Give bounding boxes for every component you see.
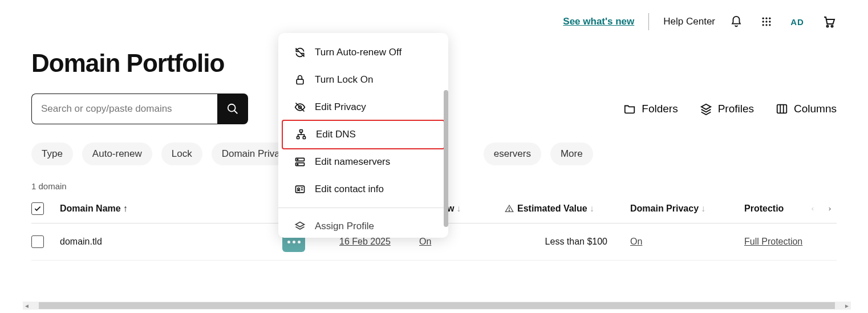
cell-domain-name[interactable]: domain.tld [60,237,282,247]
svg-point-9 [827,26,829,27]
whats-new-link[interactable]: See what's new [563,16,634,27]
filter-lock[interactable]: Lock [161,143,202,165]
warning-icon [505,204,514,213]
sort-icon: ↓ [590,204,594,214]
th-estval-label: Estimated Value [517,204,587,214]
help-center-link[interactable]: Help Center [663,16,715,27]
menu-assign-profile[interactable]: Assign Profile [278,213,448,232]
cell-estimated-value: Less than $100 [505,237,630,247]
search-wrap [31,94,248,124]
columns-button[interactable]: Columns [776,103,837,115]
svg-point-0 [762,18,764,19]
filter-nameservers[interactable]: eservers [484,143,541,165]
menu-edit-contact-info[interactable]: Edit contact info [278,176,448,203]
header-divider [648,13,649,30]
svg-point-8 [769,24,770,26]
th-privacy-label: Domain Privacy [630,204,699,214]
svg-point-7 [765,24,767,26]
eye-off-icon [294,101,306,113]
svg-point-11 [228,104,236,112]
columns-label: Columns [794,103,837,115]
layers-icon [700,103,712,115]
scrollbar-right-arrow[interactable]: ► [843,303,851,309]
folders-label: Folders [642,103,678,115]
th-domain-name[interactable]: Domain Name ↑ [60,204,282,214]
select-all-checkbox[interactable] [31,202,44,215]
menu-lock-label: Turn Lock On [315,74,373,86]
menu-nameservers-label: Edit nameservers [315,156,390,168]
sort-icon: ↓ [701,204,705,214]
cell-privacy[interactable]: On [630,237,642,246]
filter-more[interactable]: More [550,143,593,165]
menu-contact-label: Edit contact info [315,184,384,195]
svg-point-27 [297,159,298,160]
row-checkbox[interactable] [31,235,44,248]
menu-dns-label: Edit DNS [316,129,356,140]
profiles-button[interactable]: Profiles [700,103,754,115]
search-icon [226,103,239,115]
svg-point-30 [298,188,299,190]
search-button[interactable] [217,94,248,124]
sort-asc-icon: ↑ [123,204,128,214]
svg-point-3 [762,21,764,22]
menu-autorenew-label: Turn Auto-renew Off [315,47,401,58]
svg-point-17 [509,210,509,211]
menu-privacy-label: Edit Privacy [315,101,366,113]
scrollbar-thumb[interactable] [39,302,835,309]
columns-icon [776,103,788,115]
notifications-bell-icon[interactable] [727,12,746,31]
th-estimated-value[interactable]: Estimated Value ↓ [505,204,630,214]
menu-edit-privacy[interactable]: Edit Privacy [278,94,448,121]
svg-rect-19 [297,79,303,84]
svg-point-2 [769,18,770,19]
folder-icon [623,103,636,115]
svg-rect-22 [300,130,303,132]
svg-line-12 [234,111,238,114]
menu-turn-autorenew-off[interactable]: Turn Auto-renew Off [278,39,448,66]
svg-point-6 [762,24,764,26]
filter-type[interactable]: Type [31,143,73,165]
filter-auto-renew[interactable]: Auto-renew [82,143,152,165]
svg-rect-23 [297,136,299,139]
search-input[interactable] [31,94,217,124]
svg-point-28 [297,164,298,165]
popup-divider [278,208,448,208]
sitemap-icon [295,129,307,140]
top-header: See what's new Help Center AD [0,0,868,32]
svg-rect-13 [777,105,787,113]
scroll-left-button: ‹ [806,201,820,215]
user-avatar[interactable]: AD [787,11,808,32]
sort-icon: ↓ [456,204,461,214]
horizontal-scrollbar[interactable]: ◄ ► [23,302,851,310]
view-tools: Folders Profiles Columns [623,103,837,115]
menu-assign-profile-label: Assign Profile [315,221,374,232]
cell-protection[interactable]: Full Protection [744,237,802,246]
svg-point-5 [769,21,770,22]
menu-turn-lock-on[interactable]: Turn Lock On [278,66,448,94]
svg-point-1 [765,18,767,19]
cell-auto-renew[interactable]: On [419,237,431,246]
autorenew-off-icon [294,47,306,58]
profiles-label: Profiles [718,103,754,115]
layers-icon [294,221,306,232]
server-icon [294,156,306,168]
th-protection-label: Protectio [744,204,784,214]
popup-scrollbar[interactable] [444,90,448,227]
scrollbar-left-arrow[interactable]: ◄ [23,303,31,309]
check-icon [34,205,42,213]
menu-edit-nameservers[interactable]: Edit nameservers [278,148,448,176]
menu-edit-dns[interactable]: Edit DNS [282,120,445,149]
th-domain-privacy[interactable]: Domain Privacy ↓ [630,204,744,214]
apps-grid-icon[interactable] [757,13,776,31]
scroll-right-button[interactable]: › [823,201,837,215]
th-domain-name-label: Domain Name [60,204,121,214]
folders-button[interactable]: Folders [623,103,678,115]
svg-point-4 [765,21,767,22]
cell-expiry-date[interactable]: 16 Feb 2025 [339,237,391,246]
svg-point-10 [832,26,833,27]
svg-rect-29 [296,186,305,193]
lock-icon [294,74,306,86]
cart-icon[interactable] [819,11,839,32]
row-actions-menu: Turn Auto-renew Off Turn Lock On Edit Pr… [278,33,448,238]
svg-rect-24 [303,136,305,139]
